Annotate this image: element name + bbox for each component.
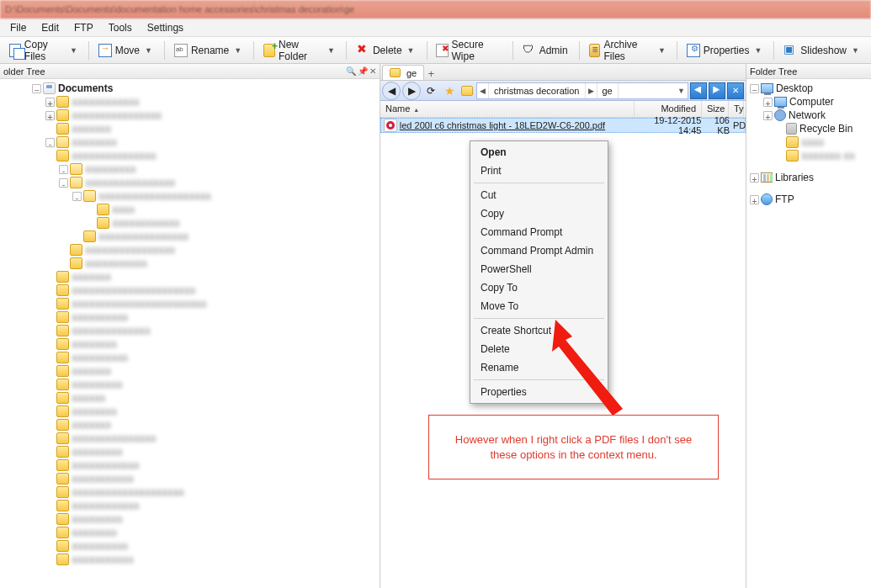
expand-icon[interactable]: + [750,173,759,183]
copy-files-button[interactable]: Copy Files▼ [5,40,83,61]
chevron-down-icon[interactable]: ▼ [327,46,335,55]
chevron-down-icon[interactable]: ▼ [234,46,242,55]
collapse-icon[interactable]: - [59,165,68,174]
tree-item-desktop[interactable]: −Desktop [748,82,869,95]
tree-item-blurred[interactable]: aaaaaaaaaaaaaaaaaaaaaa [2,283,378,297]
ctx-print[interactable]: Print [472,162,606,180]
secure-wipe-button[interactable]: Secure Wipe [432,40,507,61]
ctx-move-to[interactable]: Move To [472,297,606,315]
tree-item-blurred[interactable]: aaaaaaaaaa [2,539,378,553]
chevron-down-icon[interactable]: ▼ [675,83,688,98]
tree-item-blurred[interactable]: aaaaaaaaaaa [2,257,378,270]
tree-item-documents[interactable]: − Documents [2,82,378,95]
expand-icon[interactable]: + [750,195,759,204]
ctx-cmd[interactable]: Command Prompt [472,223,606,241]
collapse-icon[interactable]: - [72,192,82,201]
tree-item-blurred[interactable]: aaaaaaaaaa [2,310,378,324]
breadcrumb-segment[interactable]: christmas decoration [489,83,586,98]
file-row[interactable]: led 200l c6 christmas light - 18LED2W-C6… [380,118,746,133]
favorites-icon[interactable]: ★ [441,82,458,99]
ctx-copy[interactable]: Copy [472,204,606,223]
forward-button[interactable]: ▶ [402,82,421,100]
expand-icon[interactable]: + [763,98,773,107]
tree-item-blurred[interactable]: aaaaaaaaaaaaaaa [2,149,378,162]
tab-ge[interactable]: ge [382,65,424,80]
nav-close-button[interactable]: ✕ [727,82,744,99]
new-tab-button[interactable]: + [424,67,438,80]
menu-settings[interactable]: Settings [141,20,190,35]
collapse-icon[interactable]: − [32,84,41,93]
ctx-rename[interactable]: Rename [472,358,606,377]
nav-next-button[interactable]: ⯈ [709,82,725,99]
breadcrumb-segment[interactable]: ge [597,83,619,98]
menu-file[interactable]: File [3,20,33,35]
tree-item-blurred[interactable]: aaaaaaaaaaa [2,472,378,485]
col-name[interactable]: Name▲ [380,101,635,117]
tree-item-blurred[interactable]: aaaaaaaaaaaaaaaa [2,243,378,257]
refresh-button[interactable]: ⟳ [422,82,439,99]
tree-item-blurred[interactable]: +aaaaaaaaaaaa [2,95,378,109]
menu-edit[interactable]: Edit [35,20,66,35]
move-button[interactable]: Move▼ [94,40,159,61]
tree-item-blurred[interactable]: aaaaaaa aa [748,149,869,162]
tree-item-computer[interactable]: +Computer [748,95,869,109]
chevron-left-icon[interactable]: ◀ [477,83,489,98]
properties-button[interactable]: Properties▼ [682,40,769,61]
tree-item-network[interactable]: +Network [748,109,869,122]
col-type[interactable]: Ty [729,101,744,117]
delete-button[interactable]: Delete▼ [352,40,422,61]
tree-item-blurred[interactable]: aaaaaaaaa [2,512,378,526]
back-button[interactable]: ◀ [382,82,401,100]
ctx-cmd-admin[interactable]: Command Prompt Admin [472,241,606,260]
tree-item-libraries[interactable]: +Libraries [748,171,869,184]
chevron-down-icon[interactable]: ▼ [70,46,77,55]
tree-item-blurred[interactable]: aaaaaaaaaaaaaaaaaaaaaaaa [2,297,378,310]
ctx-delete[interactable]: Delete [472,340,606,358]
tree-item-blurred[interactable]: aaaaaaaa [2,405,378,418]
chevron-down-icon[interactable]: ▼ [658,46,666,55]
tree-item-blurred[interactable]: aaaa [2,203,378,216]
ctx-create-shortcut[interactable]: Create Shortcut [472,321,606,340]
tree-item-blurred[interactable]: aaaaaaaaaaaaaa [2,324,378,337]
tree-item-blurred[interactable]: aaaaaaa [2,364,378,378]
tree-item-blurred[interactable]: aaaaaaaa [2,526,378,539]
tree-item-blurred[interactable]: aaaaaaaaaaaa [2,499,378,512]
chevron-down-icon[interactable]: ▼ [754,46,762,55]
tree-item-blurred[interactable]: aaaaaaaaaaaa [2,458,378,472]
collapse-icon[interactable]: - [45,138,55,147]
new-folder-button[interactable]: New Folder▼ [259,40,341,61]
slideshow-button[interactable]: Slideshow▼ [779,40,866,61]
breadcrumb[interactable]: ◀ christmas decoration ▶ ge ▼ [476,82,688,99]
menu-tools[interactable]: Tools [102,20,139,35]
ctx-cut[interactable]: Cut [472,186,606,204]
tree-item-blurred[interactable]: -aaaaaaaaaaaaaaaaaaaa [2,189,378,203]
tree-item-blurred[interactable]: aaaaaaaa [2,337,378,351]
close-icon[interactable]: ✕ [369,66,376,76]
chevron-down-icon[interactable]: ▼ [407,46,416,55]
tree-item-blurred[interactable]: aaaaaaaaaaaaaaaa [2,230,378,243]
menu-ftp[interactable]: FTP [67,20,100,35]
tree-item-blurred[interactable]: aaaa [748,135,869,149]
tree-item-blurred[interactable]: aaaaaaaaaa [2,351,378,364]
pin-icon[interactable]: 📌 [358,66,368,76]
tree-item-blurred[interactable]: -aaaaaaaaaaaaaaaa [2,176,378,189]
tree-item-blurred[interactable]: aaaaaaaaaaaaaaa [2,432,378,445]
tree-item-blurred[interactable]: aaaaaaaaaaaa [2,216,378,230]
collapse-icon[interactable]: − [750,84,759,93]
admin-button[interactable]: Admin [518,40,574,61]
tree-item-blurred[interactable]: aaaaaaaaaaa [2,553,378,566]
collapse-icon[interactable]: - [59,178,68,188]
expand-icon[interactable]: + [45,111,55,120]
tree-item-blurred[interactable]: -aaaaaaaa [2,135,378,149]
right-tree[interactable]: −Desktop +Computer +Network Recycle Bin … [746,79,871,588]
tree-item-blurred[interactable]: aaaaaa [2,391,378,405]
tree-item-blurred[interactable]: aaaaaaaaaaaaaaaaaaaa [2,485,378,499]
ctx-open[interactable]: Open [472,143,606,162]
archive-button[interactable]: Archive Files▼ [585,40,672,61]
search-icon[interactable]: 🔍 [346,66,356,76]
tree-item-blurred[interactable]: aaaaaaa [2,418,378,432]
tree-item-blurred[interactable]: -aaaaaaaaa [2,162,378,176]
tree-item-blurred[interactable]: aaaaaaaaa [2,378,378,391]
ctx-properties[interactable]: Properties [472,383,606,401]
chevron-down-icon[interactable]: ▼ [852,46,860,55]
